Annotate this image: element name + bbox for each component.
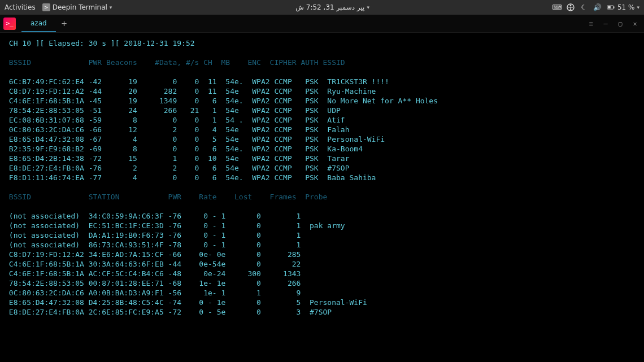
deepin-terminal-icon: >_ xyxy=(3,18,16,30)
chevron-down-icon: ▾ xyxy=(367,5,369,10)
svg-text:>: > xyxy=(44,5,49,10)
night-mode-icon[interactable]: ☾ xyxy=(580,3,588,11)
close-button[interactable]: ✕ xyxy=(630,20,639,28)
activities-label: Activities xyxy=(5,3,36,11)
terminal-tabbar: >_ azad + ≡ — ▢ ✕ xyxy=(0,15,644,33)
chevron-down-icon: ▾ xyxy=(110,5,112,10)
svg-point-3 xyxy=(570,5,572,7)
chevron-down-icon: ▾ xyxy=(637,5,639,10)
minimize-button[interactable]: — xyxy=(601,20,610,28)
terminal-output[interactable]: CH 10 ][ Elapsed: 30 s ][ 2018-12-31 19:… xyxy=(0,33,644,322)
battery-text: 51 % xyxy=(617,3,635,11)
battery-status[interactable]: 51 % ▾ xyxy=(607,3,639,11)
maximize-button[interactable]: ▢ xyxy=(616,20,625,28)
accessibility-icon[interactable] xyxy=(567,3,575,11)
app-menu[interactable]: > Deepin Terminal ▾ xyxy=(42,3,112,11)
svg-rect-6 xyxy=(608,6,611,8)
clock-menu[interactable]: پیر دسمبر 31, 7:52 ش ▾ xyxy=(295,3,369,11)
menu-button[interactable]: ≡ xyxy=(586,20,595,28)
tab-label: azad xyxy=(31,19,47,27)
terminal-tab[interactable]: azad xyxy=(21,15,56,32)
keyboard-layout-icon[interactable]: ⌨ xyxy=(553,3,561,11)
app-menu-label: Deepin Terminal xyxy=(53,3,107,11)
activities-button[interactable]: Activities xyxy=(5,3,36,11)
gnome-topbar: Activities > Deepin Terminal ▾ پیر دسمبر… xyxy=(0,0,644,15)
clock-text: پیر دسمبر 31, 7:52 ش xyxy=(295,3,364,11)
battery-icon xyxy=(607,3,615,11)
volume-icon[interactable]: 🔊 xyxy=(594,3,602,11)
terminal-app-icon: > xyxy=(42,3,50,11)
svg-rect-5 xyxy=(613,6,615,8)
new-tab-button[interactable]: + xyxy=(56,18,73,29)
